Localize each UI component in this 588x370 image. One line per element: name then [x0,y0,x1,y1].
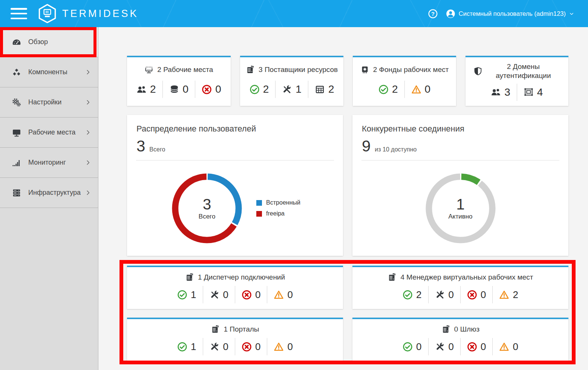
sidebar-item-infrastructure[interactable]: Инфраструктура [0,178,98,208]
termidesk-logo-icon [38,4,56,23]
sidebar-item-label: Инфраструктура [28,189,81,197]
sidebar-item-overview[interactable]: Обзор [0,27,98,57]
stat-value: 0 [416,341,421,353]
card-concurrent-connections: Конкурентные соединения 9 из 10 доступно… [352,115,568,256]
sidebar: Обзор Компоненты Настройки Рабочие места… [0,27,98,370]
card-workplace-pools: 2 Фонды рабочих мест 2 0 [353,56,456,106]
chart-title: Распределение пользователей [136,124,334,134]
stat: 2 [243,81,276,98]
stat: 4 [517,84,550,101]
check-circle-icon [378,84,389,95]
tools-icon [282,84,292,95]
card-title: 2 Домены аутентификации [473,62,560,80]
settings-icon [11,98,22,107]
chart-head: Распределение пользователей 3 Всего [127,115,343,154]
card-portals: 1 Порталы 1 0 0 0 [127,318,343,361]
card-title: 0 Шлюз [441,325,479,334]
stat: 1 [171,286,202,303]
stat: 2 [492,286,524,303]
legend-item: Встроенный [256,199,300,206]
warning-icon [274,290,284,300]
user-menu[interactable]: Системный пользователь (admin123) [446,9,574,19]
chart-total-value: 9 [362,138,371,154]
stat: 0 [203,286,235,303]
card-workplaces: 2 Рабочие места 2 0 0 [127,56,231,106]
stat: 0 [235,286,267,303]
desktop-dashed-icon [144,65,153,74]
stat-value: 0 [513,341,518,353]
sidebar-item-components[interactable]: Компоненты [0,57,98,87]
card-stats: 2 0 [372,81,437,98]
stat: 0 [492,338,524,355]
stat-value: 0 [223,289,228,301]
card-stats: 2 1 2 [243,81,341,98]
check-circle-icon [403,342,413,352]
card-stats: 2 0 0 2 [396,286,525,303]
tools-icon [435,290,445,300]
components-icon [11,67,22,77]
sidebar-item-settings[interactable]: Настройки [0,87,98,118]
check-circle-icon [177,342,187,352]
main-content: 2 Рабочие места 2 0 0 3 Поставщики ресур… [98,27,588,370]
error-circle-icon [242,342,252,352]
sidebar-item-monitoring[interactable]: Мониторинг [0,148,98,178]
stat: 0 [203,338,235,355]
stat-value: 0 [425,83,431,95]
termidesk-dashboard: TERMIDESK Системный пользователь (admin1… [0,0,588,370]
chart-body: 1 Активно [352,161,568,256]
stat: 0 [460,286,492,303]
sidebar-item-label: Обзор [28,38,48,46]
chart-total-label: из 10 доступно [375,146,416,153]
warning-icon [274,342,284,352]
resource-provider-icon [211,325,220,334]
sidebar-item-label: Мониторинг [28,159,66,167]
resource-provider-icon [246,65,255,74]
card-title-text: 2 Фонды рабочих мест [373,65,449,74]
stat-value: 0 [183,83,189,95]
infrastructure-icon [11,188,22,198]
card-title: 4 Менеджер виртуальных рабочих мест [387,273,533,282]
error-circle-icon [467,290,477,300]
card-title-text: 1 Диспетчер подключений [198,273,285,282]
card-stats: 1 0 0 0 [171,338,299,355]
user-avatar-icon [446,9,456,19]
card-stats: 3 4 [484,84,549,101]
card-gateway: 0 Шлюз 0 0 0 0 [352,318,568,361]
stat: 0 [162,81,195,98]
warning-icon [499,290,509,300]
stat-value: 2 [328,83,334,95]
chevron-down-icon [569,11,574,17]
card-stats: 2 0 0 [130,81,228,98]
chart-total-label: Всего [149,146,165,153]
hamburger-menu-button[interactable] [11,8,27,19]
donut-chart-connections: 1 Активно [423,171,498,246]
card-stats: 1 0 0 0 [171,286,299,303]
check-circle-icon [177,290,187,300]
help-icon[interactable] [428,9,438,19]
warning-icon [499,342,509,352]
card-title-text: 0 Шлюз [454,325,479,334]
chart-total: 9 из 10 доступно [362,138,559,154]
card-title-text: 3 Поставщики ресурсов [259,65,338,74]
chart-title: Конкурентные соединения [362,124,559,134]
chart-total: 3 Всего [136,138,334,154]
error-circle-icon [467,342,477,352]
stat-value: 0 [223,341,228,353]
sidebar-item-workplaces[interactable]: Рабочие места [0,118,98,148]
stat: 2 [396,286,428,303]
card-auth-domains: 2 Домены аутентификации 3 4 [466,56,568,106]
check-circle-icon [403,290,413,300]
chevron-right-icon [85,159,91,166]
stat-value: 2 [513,289,518,301]
app-title: TERMIDESK [62,8,139,20]
stat: 2 [130,81,162,98]
error-circle-icon [202,84,212,95]
stat-value: 0 [287,341,292,353]
table-icon [315,84,325,95]
sidebar-item-label: Компоненты [28,68,67,76]
warning-icon [411,84,421,95]
user-name: Системный пользователь (admin123) [459,10,566,17]
header: TERMIDESK Системный пользователь (admin1… [0,0,588,27]
card-title-text: 2 Домены аутентификации [486,62,560,80]
resource-provider-icon [185,273,194,282]
